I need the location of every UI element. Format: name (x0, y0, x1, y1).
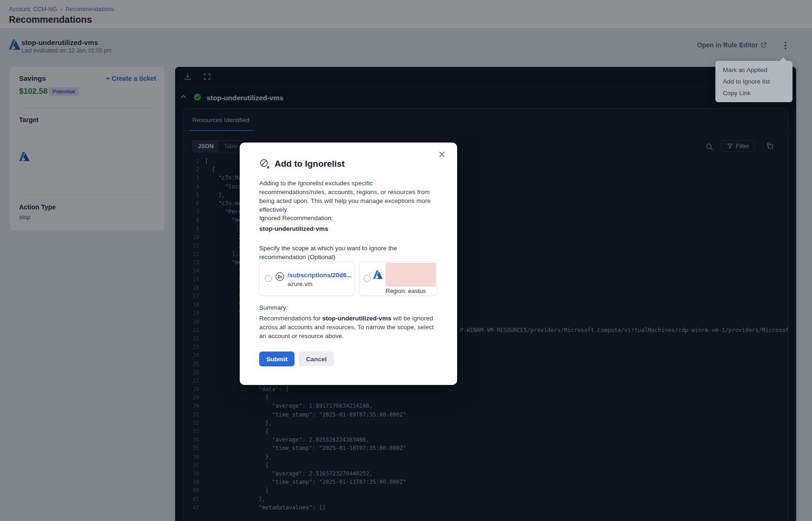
resource-region: Region: eastus (386, 287, 426, 294)
add-to-ignorelist-modal: Add to Ignorelist Adding to the Ignoreli… (240, 143, 457, 385)
ignored-recommendation-value: stop-underutilized-vms (259, 225, 328, 232)
account-resource-type: azure.vm (288, 280, 312, 287)
subscription-icon (275, 272, 285, 281)
scope-label: Specify the scope at which you want to i… (259, 244, 438, 261)
menu-item-add-to-ignore-list[interactable]: Add to Ignore list (715, 76, 792, 87)
scope-option-resource[interactable]: Region: eastus (359, 261, 437, 296)
ignored-recommendation-label: Ignored Recommendation: (259, 215, 333, 221)
azure-icon (373, 270, 383, 279)
close-icon[interactable] (439, 151, 448, 160)
menu-item-copy-link[interactable]: Copy Link (715, 87, 792, 99)
subscription-link[interactable]: /subscriptions/20d6... (288, 272, 352, 279)
modal-description: Adding to the Ignorelist excludes specif… (259, 179, 438, 214)
scope-option-account[interactable]: /subscriptions/20d6... azure.vm (259, 261, 355, 296)
summary-label: Summary: (259, 304, 288, 311)
context-menu: Mark as Applied Add to Ignore list Copy … (715, 61, 792, 102)
menu-item-mark-as-applied[interactable]: Mark as Applied (715, 64, 792, 76)
summary-text: Recommendations for stop-underutilized-v… (259, 314, 439, 340)
redacted-resource-name (386, 263, 436, 287)
modal-title: Add to Ignorelist (275, 159, 345, 169)
page: Account: CCM-NG›Recommendations Recommen… (0, 0, 812, 521)
resource-radio[interactable] (364, 275, 371, 282)
ignore-icon (259, 158, 270, 169)
account-radio[interactable] (265, 275, 272, 282)
submit-button[interactable]: Submit (259, 352, 295, 366)
summary-recommendation-name: stop-underutilized-vms (322, 315, 392, 322)
cancel-button[interactable]: Cancel (299, 352, 334, 366)
